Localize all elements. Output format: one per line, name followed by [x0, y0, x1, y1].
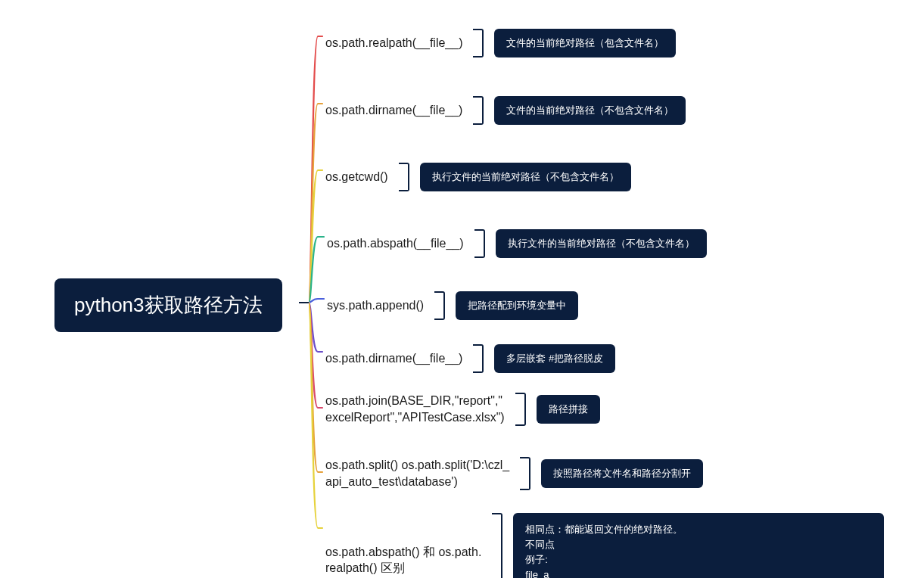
method-label: os.path.abspath() 和 os.path. realpath() …: [325, 544, 481, 576]
branch-row[interactable]: os.path.abspath() 和 os.path. realpath() …: [325, 513, 884, 578]
method-label: os.getcwd(): [325, 169, 388, 185]
method-label: sys.path.append(): [327, 297, 424, 314]
method-label: os.path.dirname(__file__): [325, 350, 462, 367]
bracket-icon: [515, 393, 526, 426]
branch-description: 文件的当前绝对路径（不包含文件名）: [494, 96, 686, 125]
bracket-icon: [473, 29, 484, 57]
bracket-icon: [473, 96, 484, 125]
branch-row[interactable]: sys.path.append()把路径配到环境变量中: [327, 291, 578, 320]
root-node[interactable]: python3获取路径方法: [54, 278, 282, 332]
branch-description: 按照路径将文件名和路径分割开: [541, 459, 703, 488]
branch-description: 文件的当前绝对路径（包含文件名）: [494, 29, 676, 57]
method-label: os.path.dirname(__file__): [325, 102, 462, 119]
branch-description: 执行文件的当前绝对路径（不包含文件名）: [496, 229, 707, 258]
branch-description: 把路径配到环境变量中: [456, 291, 578, 320]
bracket-icon: [520, 457, 530, 490]
method-label: os.path.realpath(__file__): [325, 35, 462, 51]
bracket-icon: [399, 163, 409, 191]
bracket-icon: [473, 344, 484, 373]
branch-row[interactable]: os.path.dirname(__file__)多层嵌套 #把路径脱皮: [325, 344, 615, 373]
method-label: os.path.abspath(__file__): [327, 235, 464, 252]
branch-description: 相同点：都能返回文件的绝对路径。 不同点 例子: file_a file_b -…: [513, 513, 884, 578]
bracket-icon: [474, 229, 485, 258]
bracket-icon: [492, 513, 502, 578]
method-label: os.path.join(BASE_DIR,"report"," excelRe…: [325, 393, 505, 425]
branch-row[interactable]: os.getcwd()执行文件的当前绝对路径（不包含文件名）: [325, 163, 631, 191]
bracket-icon: [434, 291, 445, 320]
branch-row[interactable]: os.path.split() os.path.split('D:\czl_ a…: [325, 457, 703, 490]
branch-row[interactable]: os.path.join(BASE_DIR,"report"," excelRe…: [325, 393, 600, 426]
branch-description: 路径拼接: [537, 395, 600, 424]
branch-description: 执行文件的当前绝对路径（不包含文件名）: [420, 163, 631, 191]
branch-row[interactable]: os.path.realpath(__file__)文件的当前绝对路径（包含文件…: [325, 29, 676, 57]
branch-description: 多层嵌套 #把路径脱皮: [494, 344, 615, 373]
branch-row[interactable]: os.path.dirname(__file__)文件的当前绝对路径（不包含文件…: [325, 96, 686, 125]
method-label: os.path.split() os.path.split('D:\czl_ a…: [325, 457, 509, 489]
root-label: python3获取路径方法: [74, 294, 263, 316]
branch-row[interactable]: os.path.abspath(__file__)执行文件的当前绝对路径（不包含…: [327, 229, 707, 258]
